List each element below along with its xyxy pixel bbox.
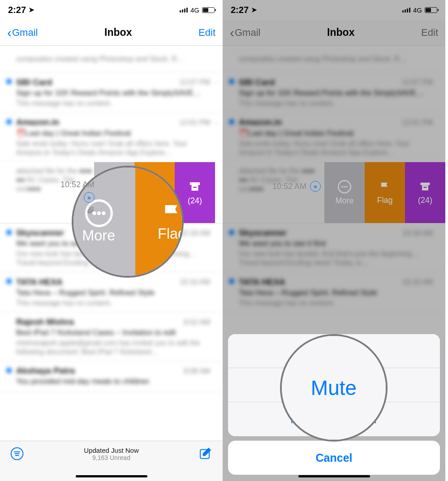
ellipsis-icon bbox=[338, 180, 351, 193]
mail-row[interactable]: TATA HEXA Tata Hexa – Rugged Spirit. Ref… bbox=[0, 272, 223, 313]
mail-row: Skyscanner We want you to see it first O… bbox=[223, 223, 445, 272]
compose-icon bbox=[198, 447, 213, 461]
chevron-right-icon: › bbox=[215, 78, 217, 86]
mail-list: composites created using Photoshop and S… bbox=[223, 46, 445, 313]
svg-point-9 bbox=[97, 211, 100, 215]
mail-row-swiped: attached file for the ■■■ ■■ AC Cases. T… bbox=[223, 162, 445, 223]
battery-icon bbox=[202, 7, 215, 13]
back-label: Gmail bbox=[12, 27, 38, 39]
swipe-archive-label: (24) bbox=[188, 196, 202, 206]
unread-dot-icon bbox=[229, 279, 234, 284]
back-button[interactable]: ‹ Gmail bbox=[7, 26, 38, 39]
zoom-mute-label: Mute bbox=[282, 336, 386, 440]
navbar: ‹ Gmail Inbox Edit bbox=[0, 20, 223, 46]
svg-rect-15 bbox=[421, 182, 430, 185]
signal-icon bbox=[180, 8, 188, 13]
swipe-flag-button[interactable]: Flag bbox=[365, 162, 405, 223]
mail-row[interactable]: Rajesh Mishra Best iPad 7 Kickstand Case… bbox=[0, 313, 223, 361]
mail-preview: mishrarajesh.apple@gmail.com has invited… bbox=[16, 339, 215, 356]
svg-rect-4 bbox=[190, 182, 200, 185]
back-label: Gmail bbox=[235, 27, 260, 39]
mail-preview: composites created using Photoshop and S… bbox=[16, 55, 215, 64]
mail-row[interactable]: Amazon.in ⏰Last day | Great Indian Festi… bbox=[0, 113, 223, 162]
svg-point-13 bbox=[344, 186, 345, 188]
mail-time: 10:52 AM bbox=[60, 180, 95, 189]
mail-subject: ⏰Last day | Great Indian Festival bbox=[239, 129, 438, 138]
back-button[interactable]: ‹ Gmail bbox=[230, 26, 260, 39]
filter-icon bbox=[10, 447, 24, 461]
archive-icon bbox=[419, 180, 431, 193]
edit-button[interactable]: Edit bbox=[421, 27, 438, 39]
mail-time: 10:52 AM bbox=[272, 182, 306, 191]
status-time: 2:27 bbox=[8, 5, 26, 15]
status-time: 2:27 bbox=[231, 5, 249, 15]
thread-chevron-icon: » bbox=[84, 192, 95, 203]
navbar: ‹ Gmail Inbox Edit bbox=[223, 20, 445, 46]
watermark: www.deuaq.com bbox=[439, 237, 444, 279]
mail-preview: Sale ends today. Hurry now! Grab all off… bbox=[16, 139, 215, 157]
unread-dot-icon bbox=[6, 279, 12, 284]
flag-icon bbox=[379, 180, 391, 193]
swipe-more-label: More bbox=[335, 196, 353, 206]
home-indicator[interactable] bbox=[76, 475, 147, 477]
mail-subject: Sign up for 10X Reward Points with the S… bbox=[16, 89, 215, 98]
swipe-flag-label: Flag bbox=[377, 196, 392, 205]
mail-preview: This message has no content. bbox=[239, 99, 438, 108]
attachment-icon bbox=[86, 206, 95, 215]
filter-button[interactable] bbox=[10, 447, 24, 463]
thread-chevron-icon: » bbox=[310, 181, 321, 192]
sheet-cancel-button[interactable]: Cancel bbox=[228, 441, 440, 475]
phone-right: 2:27 ➤ 4G ‹ Gmail Inbox Edit composites … bbox=[223, 0, 445, 481]
mail-row[interactable]: SBI Card Sign up for 10X Reward Points w… bbox=[0, 73, 223, 113]
navbar-title: Inbox bbox=[327, 26, 354, 39]
unread-dot-icon bbox=[229, 230, 234, 235]
compose-button[interactable] bbox=[198, 447, 213, 463]
mail-row: TATA HEXA Tata Hexa – Rugged Spirit. Ref… bbox=[223, 272, 445, 313]
phone-left: 2:27 ➤ 4G ‹ Gmail Inbox Edit composites … bbox=[0, 0, 223, 481]
mail-subject: Tata Hexa – Rugged Spirit. Refined Style bbox=[239, 288, 438, 297]
swipe-archive-button[interactable]: (24) bbox=[405, 162, 445, 223]
mail-preview: This message has no content. bbox=[16, 299, 215, 308]
unread-dot-icon bbox=[229, 119, 234, 125]
mail-row-info: attached file for the ■■■ ■■ AC Cases. T… bbox=[223, 162, 324, 223]
mail-time: 10:16 AM bbox=[180, 278, 210, 286]
mail-time: 10:18 AM bbox=[180, 229, 210, 237]
mail-time: 12:01 PM bbox=[402, 119, 433, 127]
status-time-wrap: 2:27 ➤ bbox=[8, 5, 34, 15]
location-icon: ➤ bbox=[29, 6, 34, 14]
mail-subject: Sign up for 10X Reward Points with the S… bbox=[239, 89, 438, 98]
mail-time: 12:01 PM bbox=[180, 119, 210, 127]
unread-dot-icon bbox=[6, 368, 12, 373]
callout-zoom-mute: Mute bbox=[280, 334, 388, 442]
mail-preview: This message has no content. bbox=[239, 299, 438, 308]
mail-row: composites created using Photoshop and S… bbox=[223, 46, 445, 73]
svg-point-10 bbox=[101, 211, 105, 215]
mail-row[interactable]: Akshaya Patra You provided mid-day meals… bbox=[0, 361, 223, 392]
mail-time: 12:07 PM bbox=[180, 78, 210, 86]
mail-preview: This message has no content. bbox=[16, 99, 215, 108]
archive-icon bbox=[188, 180, 202, 193]
toolbar-unread: 9,163 Unread bbox=[24, 454, 198, 461]
unread-dot-icon bbox=[6, 79, 12, 84]
toolbar-updated: Updated Just Now bbox=[24, 447, 198, 454]
status-bar: 2:27 ➤ 4G bbox=[0, 0, 223, 20]
mail-subject: We want you to see it first bbox=[239, 239, 438, 248]
mail-time: 8:08 AM bbox=[184, 367, 210, 375]
navbar-title: Inbox bbox=[104, 26, 132, 39]
mail-time: 12:07 PM bbox=[402, 78, 433, 86]
mail-time: 10:16 AM bbox=[402, 278, 433, 286]
svg-point-14 bbox=[346, 186, 348, 188]
zoom-more-label: More bbox=[82, 227, 115, 244]
mail-preview: composites created using Photoshop and S… bbox=[239, 55, 438, 64]
mail-row: Amazon.in ⏰Last day | Great Indian Festi… bbox=[223, 113, 445, 162]
home-indicator[interactable] bbox=[298, 475, 370, 477]
chevron-left-icon: ‹ bbox=[230, 26, 234, 39]
mail-time: 8:52 AM bbox=[184, 318, 210, 326]
edit-button[interactable]: Edit bbox=[198, 27, 215, 39]
swipe-more-button[interactable]: More bbox=[324, 162, 365, 223]
swipe-archive-label: (24) bbox=[418, 196, 432, 205]
mail-row[interactable]: composites created using Photoshop and S… bbox=[0, 46, 223, 73]
battery-icon bbox=[425, 7, 437, 13]
chevron-left-icon: ‹ bbox=[7, 26, 12, 39]
zoom-flag-label: Flag bbox=[158, 225, 184, 242]
